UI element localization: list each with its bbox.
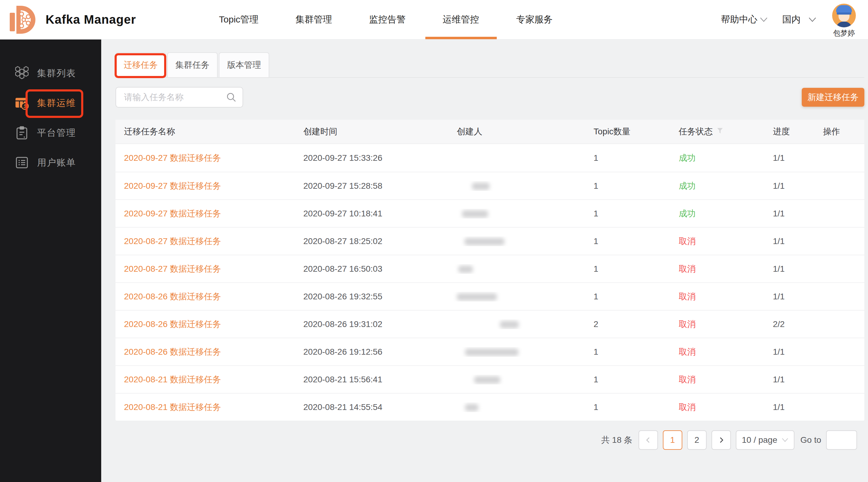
prev-page-button[interactable] — [639, 430, 658, 450]
status-badge: 取消 — [679, 236, 696, 246]
help-center-label: 帮助中心 — [721, 13, 757, 26]
sidebar-item-platform[interactable]: 平台管理 — [0, 118, 101, 148]
billing-icon — [14, 155, 29, 170]
cell-task-name: 2020-09-27 数据迁移任务 — [116, 180, 295, 192]
task-name-link[interactable]: 2020-08-21 数据迁移任务 — [124, 375, 221, 384]
task-search — [116, 87, 243, 107]
cell-task-name: 2020-08-21 数据迁移任务 — [116, 401, 295, 413]
page-button-2[interactable]: 2 — [687, 430, 707, 450]
table-body: 2020-09-27 数据迁移任务2020-09-27 15:33:261成功1… — [116, 144, 864, 421]
sidebar-item-billing[interactable]: 用户账单 — [0, 148, 101, 178]
cell-topic-count: 1 — [585, 375, 670, 384]
cell-task-name: 2020-08-27 数据迁移任务 — [116, 263, 295, 275]
column-header-label: 创建时间 — [303, 126, 337, 137]
cell-creator — [448, 375, 585, 384]
pagination: 共 18 条 12 10 / page Go to — [116, 430, 864, 450]
search-icon[interactable] — [226, 92, 237, 102]
nav-item-cluster[interactable]: 集群管理 — [287, 0, 341, 39]
tab-cluster-tasks[interactable]: 集群任务 — [167, 52, 218, 77]
task-name-link[interactable]: 2020-08-26 数据迁移任务 — [124, 347, 221, 356]
column-header-label: 进度 — [773, 126, 790, 137]
page-size-select[interactable]: 10 / page — [736, 430, 795, 450]
table-row: 2020-08-21 数据迁移任务2020-08-21 15:56:411取消1… — [116, 365, 864, 393]
cell-creator — [448, 319, 585, 329]
task-name-link[interactable]: 2020-08-26 数据迁移任务 — [124, 292, 221, 301]
nav-item-topic[interactable]: Topic管理 — [211, 0, 267, 39]
goto-input[interactable] — [826, 430, 857, 450]
task-name-link[interactable]: 2020-08-26 数据迁移任务 — [124, 319, 221, 329]
task-name-link[interactable]: 2020-08-21 数据迁移任务 — [124, 403, 221, 412]
nav-item-monitor[interactable]: 监控告警 — [361, 0, 414, 39]
table-row: 2020-09-27 数据迁移任务2020-09-27 15:28:581成功1… — [116, 172, 864, 199]
region-menu[interactable]: 国内 — [782, 13, 816, 26]
chevron-down-icon — [808, 17, 816, 23]
cell-topic-count: 1 — [585, 347, 670, 357]
region-label: 国内 — [782, 13, 801, 26]
sidebar-item-cluster-ops[interactable]: $集群运维 — [0, 88, 101, 118]
cell-topic-count: 1 — [585, 181, 670, 191]
column-header-label: 操作 — [823, 126, 840, 137]
tab-migration-tasks[interactable]: 迁移任务 — [116, 52, 166, 77]
top-nav: Topic管理集群管理监控告警运维管控专家服务 — [200, 0, 571, 39]
cell-progress: 1/1 — [764, 347, 814, 357]
cell-status: 取消 — [670, 319, 764, 330]
table-row: 2020-08-21 数据迁移任务2020-08-21 14:55:541取消1… — [116, 393, 864, 421]
redacted-creator — [474, 376, 500, 384]
cell-created-time: 2020-08-21 15:56:41 — [295, 375, 448, 384]
cell-created-time: 2020-08-26 19:12:56 — [295, 347, 448, 357]
column-header-label: 创建人 — [457, 126, 482, 137]
task-name-link[interactable]: 2020-08-27 数据迁移任务 — [124, 236, 221, 246]
app-header: Kafka Manager Topic管理集群管理监控告警运维管控专家服务 帮助… — [0, 0, 868, 39]
redacted-creator — [500, 321, 519, 328]
help-center-menu[interactable]: 帮助中心 — [721, 13, 768, 26]
main-content: 迁移任务集群任务版本管理 新建迁移任务 迁移任务名称创建时间创建人Topic数量… — [101, 39, 868, 450]
cell-creator — [448, 209, 585, 219]
pagination-total: 共 18 条 — [601, 434, 632, 446]
status-badge: 成功 — [679, 181, 696, 191]
cell-task-name: 2020-08-21 数据迁移任务 — [116, 374, 295, 385]
cell-topic-count: 1 — [585, 403, 670, 412]
table-header-row: 迁移任务名称创建时间创建人Topic数量任务状态进度操作 — [116, 120, 864, 144]
redacted-creator — [472, 183, 490, 190]
cell-topic-count: 1 — [585, 153, 670, 163]
tab-version-management[interactable]: 版本管理 — [219, 52, 269, 77]
cell-status: 取消 — [670, 401, 764, 413]
search-input[interactable] — [116, 87, 243, 107]
cell-task-name: 2020-08-27 数据迁移任务 — [116, 235, 295, 247]
task-name-link[interactable]: 2020-09-27 数据迁移任务 — [124, 153, 221, 163]
chevron-right-icon — [718, 437, 725, 444]
column-header-label: Topic数量 — [594, 126, 630, 137]
redacted-creator — [464, 238, 504, 245]
page: Kafka Manager Topic管理集群管理监控告警运维管控专家服务 帮助… — [0, 0, 868, 482]
column-header: 操作 — [814, 126, 864, 137]
status-badge: 取消 — [679, 347, 696, 356]
new-migration-task-button[interactable]: 新建迁移任务 — [802, 88, 864, 107]
next-page-button[interactable] — [711, 430, 731, 450]
cell-status: 取消 — [670, 374, 764, 385]
cell-created-time: 2020-09-27 10:18:41 — [295, 209, 448, 219]
cell-progress: 1/1 — [764, 209, 814, 219]
nav-item-expert[interactable]: 专家服务 — [508, 0, 561, 39]
filter-icon[interactable] — [716, 127, 724, 136]
cell-creator — [448, 403, 585, 412]
header-right: 帮助中心 国内 包梦婷 — [721, 0, 868, 39]
cell-progress: 1/1 — [764, 264, 814, 274]
cell-status: 成功 — [670, 208, 764, 219]
table-row: 2020-08-26 数据迁移任务2020-08-26 19:31:022取消2… — [116, 310, 864, 338]
cell-creator — [448, 347, 585, 357]
user-menu[interactable]: 包梦婷 — [832, 1, 856, 38]
column-header: 迁移任务名称 — [116, 126, 295, 137]
page-button-1[interactable]: 1 — [663, 430, 682, 450]
cell-progress: 1/1 — [764, 153, 814, 163]
task-name-link[interactable]: 2020-08-27 数据迁移任务 — [124, 264, 221, 274]
sidebar-item-cluster-list[interactable]: 集群列表 — [0, 58, 101, 88]
redacted-creator — [458, 266, 473, 273]
task-name-link[interactable]: 2020-09-27 数据迁移任务 — [124, 209, 221, 218]
cell-created-time: 2020-08-27 16:50:03 — [295, 264, 448, 274]
status-badge: 取消 — [679, 292, 696, 301]
task-name-link[interactable]: 2020-09-27 数据迁移任务 — [124, 181, 221, 191]
nav-item-ops[interactable]: 运维管控 — [434, 0, 488, 39]
cell-task-name: 2020-08-26 数据迁移任务 — [116, 346, 295, 358]
table-row: 2020-09-27 数据迁移任务2020-09-27 10:18:411成功1… — [116, 199, 864, 227]
cell-creator — [448, 236, 585, 246]
